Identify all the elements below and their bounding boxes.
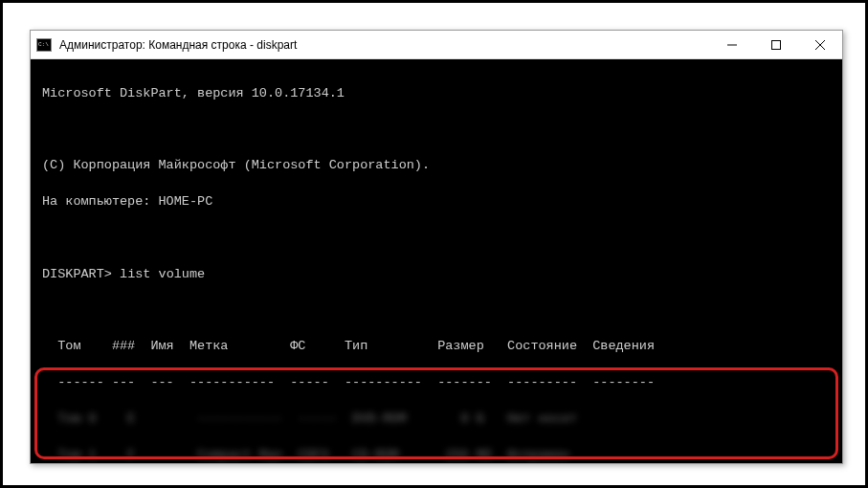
table-row: Том 0 E ----------- ----- DVD-ROM 0 Б Не… [42,410,831,429]
prompt-list-volume: DISKPART> list volume [42,266,831,284]
close-button[interactable] [798,31,842,59]
svg-rect-1 [772,40,781,49]
copyright-line: (C) Корпорация Майкрософт (Microsoft Cor… [42,157,831,175]
table-dashes: ------ --- --- ----------- ----- -------… [42,374,831,392]
table-header: Том ### Имя Метка ФС Тип Размер Состояни… [42,338,831,356]
version-line: Microsoft DiskPart, версия 10.0.17134.1 [42,85,831,103]
blank-line [42,122,831,140]
maximize-button[interactable] [754,31,798,59]
minimize-button[interactable] [710,31,754,59]
blank-line [42,302,831,321]
window-controls [710,31,842,59]
computer-line: На компьютере: HOME-PC [42,193,831,211]
table-row: Том 1 F Compact Man CDFS CD-ROM 256 Мб И… [42,447,831,463]
titlebar[interactable]: Администратор: Командная строка - diskpa… [31,31,842,59]
window-title: Администратор: Командная строка - diskpa… [59,38,710,52]
cmd-window: Администратор: Командная строка - diskpa… [30,30,843,464]
blank-line [42,230,831,248]
terminal-area[interactable]: Microsoft DiskPart, версия 10.0.17134.1 … [31,59,842,463]
cmd-icon [36,38,52,52]
